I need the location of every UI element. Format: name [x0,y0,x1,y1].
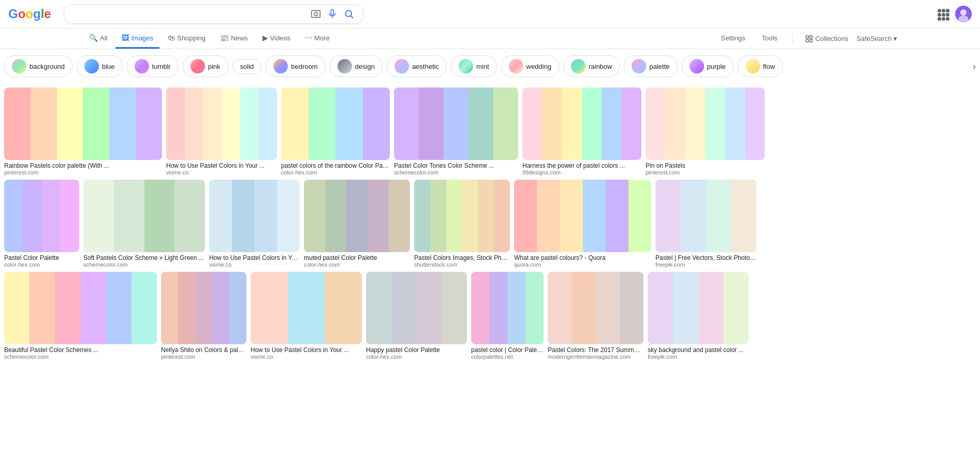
filter-chip-mint[interactable]: mint [451,55,497,77]
filter-chip-purple[interactable]: purple [682,55,734,77]
color-swatch [131,272,157,344]
chip-thumb-background [12,59,26,74]
camera-search-button[interactable] [310,8,322,20]
image-card[interactable]: Soft Pastels Color Scheme » Light Green … [83,180,205,268]
image-card[interactable]: How to Use Pastel Colors in Your ...vism… [251,272,362,360]
svg-rect-0 [311,10,320,17]
image-source: visme.co [251,354,362,360]
color-swatch [288,272,325,344]
filter-chip-tumblr[interactable]: tumblr [127,55,179,77]
google-logo: Google [8,7,51,21]
color-swatch [251,272,288,344]
filter-chip-design[interactable]: design [330,55,383,77]
color-swatch [537,180,560,252]
image-card[interactable]: Pin on Pastelspinterest.com [646,87,765,176]
voice-search-button[interactable] [326,8,339,20]
color-swatch [646,87,665,160]
image-source: moderngentlemanmagazine.com [548,354,643,360]
chip-label-design: design [355,63,375,70]
image-card[interactable]: Beautiful Pastel Color Schemes ...scheme… [4,272,157,360]
image-card[interactable]: Harness the power of pastel colors ...99… [522,87,641,176]
color-swatch [478,180,494,252]
more-dots-icon: ⋯ [305,34,312,42]
avatar[interactable] [955,6,972,22]
tab-images[interactable]: 🖼 Images [115,28,159,49]
image-card[interactable]: pastel colors of the rainbow Color Palet… [281,87,390,176]
image-title: pastel colors of the rainbow Color Palet… [281,162,390,169]
image-source: color-hex.com [281,169,390,176]
color-swatch [335,87,363,160]
image-card[interactable]: Nellya Shilo on Colors & palettes ...pin… [161,272,246,360]
image-card[interactable]: Rainbow Pastels color palette (With ...p… [4,87,162,176]
image-card[interactable]: What are pastel colours? - Quoraquora.co… [514,180,651,268]
filter-chip-background[interactable]: background [4,55,72,77]
tab-all[interactable]: 🔍 All [83,28,113,49]
color-swatch [489,272,507,344]
color-swatch [281,87,309,160]
image-title: Happy pastel Color Palette [366,346,467,354]
image-title: pastel color | Color Palette I... [471,346,544,354]
svg-rect-9 [806,36,809,38]
filter-chip-palette[interactable]: palette [624,55,677,77]
image-row-1: Pastel Color Palettecolor-hex.comSoft Pa… [4,180,980,268]
videos-icon: ▶ [262,34,268,42]
image-card[interactable]: Pastel Color Palettecolor-hex.com [4,180,79,268]
color-swatch [174,180,205,252]
color-swatch [136,87,162,160]
filter-chip-blue[interactable]: blue [77,55,123,77]
image-placeholder [655,180,756,252]
tab-news[interactable]: 📰 News [214,28,254,49]
filter-chip-aesthetic[interactable]: aesthetic [387,55,447,77]
tools-link[interactable]: Tools [756,29,784,49]
color-swatch [685,87,705,160]
color-swatch [346,180,368,252]
image-source: visme.co [209,261,300,268]
image-card[interactable]: Happy pastel Color Palettecolor-hex.com [366,272,467,360]
image-source: 99designs.com [522,169,641,176]
color-swatch [212,272,229,344]
chip-thumb-rainbow [571,59,586,74]
filter-chip-bedroom[interactable]: bedroom [266,55,325,77]
image-card[interactable]: Pastel Colors Images, Stock Photos ...sh… [414,180,510,268]
color-swatch [442,272,467,344]
color-swatch [161,272,178,344]
color-swatch [469,87,493,160]
tab-more[interactable]: ⋯ More [299,28,336,49]
image-card[interactable]: How to Use Pastel Colors in Your ...vism… [166,87,277,176]
color-swatch [325,180,346,252]
tab-videos[interactable]: ▶ Videos [256,28,297,49]
safe-search-toggle[interactable]: SafeSearch ▾ [856,35,897,42]
search-input[interactable]: pastel color [72,9,305,19]
image-source: freepik.com [648,354,749,360]
image-card[interactable]: sky background and pastel color ...freep… [648,272,749,360]
scroll-right-arrow[interactable]: › [969,57,980,76]
chip-label-solid: solid [240,63,254,70]
filter-chip-rainbow[interactable]: rainbow [563,55,620,77]
image-title: Pastel Colors: The 2017 Summer Tre... [548,346,643,354]
tab-shopping[interactable]: 🛍 Shopping [162,28,212,49]
image-card[interactable]: muted pastel Color Palettecolor-hex.com [304,180,410,268]
settings-link[interactable]: Settings [715,29,752,49]
filter-chip-flow[interactable]: flow [738,55,783,77]
search-button[interactable] [343,8,355,20]
image-card[interactable]: Pastel Color Tones Color Scheme ...schem… [394,87,518,176]
collections-button[interactable]: Collections [801,31,853,47]
filter-chip-wedding[interactable]: wedding [501,55,559,77]
chip-label-aesthetic: aesthetic [412,63,439,70]
apps-icon[interactable] [937,8,949,20]
chip-thumb-bedroom [273,59,288,74]
image-placeholder [166,87,277,160]
color-swatch [583,180,606,252]
color-swatch [394,87,419,160]
chip-label-tumblr: tumblr [152,63,171,70]
image-card[interactable]: Pastel | Free Vectors, Stock Photos & PS… [655,180,756,268]
image-card[interactable]: How to Use Pastel Colors in Your ...vism… [209,180,300,268]
image-card[interactable]: pastel color | Color Palette I...colorpa… [471,272,544,360]
image-card[interactable]: Pastel Colors: The 2017 Summer Tre...mod… [548,272,643,360]
filter-chip-pink[interactable]: pink [183,55,228,77]
image-placeholder [471,272,544,344]
news-icon: 📰 [220,34,229,42]
color-swatch [83,180,114,252]
chip-label-rainbow: rainbow [589,63,612,70]
filter-chip-solid[interactable]: solid [232,59,262,74]
